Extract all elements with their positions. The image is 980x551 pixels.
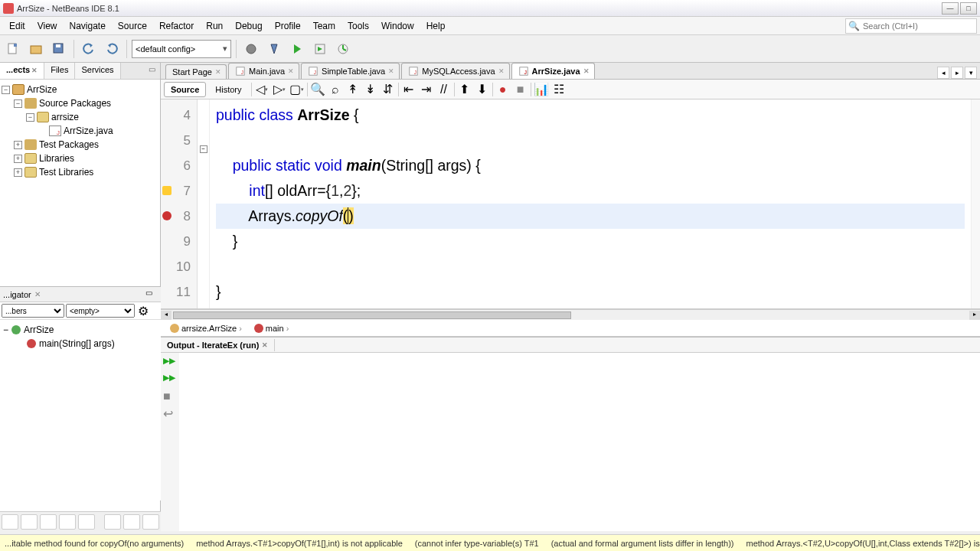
editor-tb-stop[interactable]: ■	[513, 82, 528, 97]
menu-navigate[interactable]: Navigate	[63, 18, 111, 34]
minimize-button[interactable]: —	[942, 2, 959, 15]
tab-simpletable-java[interactable]: SimpleTable.java✕	[301, 63, 400, 79]
navigator-method-main[interactable]: main(String[] args)	[39, 338, 115, 349]
menu-source[interactable]: Source	[112, 18, 153, 34]
nav-tb-2[interactable]	[21, 514, 38, 530]
nav-tb-5[interactable]	[78, 514, 95, 530]
fold-column[interactable]: −	[198, 99, 210, 308]
error-stripe[interactable]	[971, 99, 980, 308]
editor-tb-chart1[interactable]: 📊	[534, 82, 549, 97]
output-content[interactable]	[179, 353, 980, 531]
panel-minimize-icon[interactable]: ▭	[145, 63, 158, 75]
tabnav-next[interactable]: ▸	[951, 67, 963, 79]
editor-tb-toggle[interactable]: ⇵	[381, 82, 396, 97]
quick-search[interactable]: 🔍	[845, 18, 977, 34]
menu-edit[interactable]: Edit	[3, 18, 31, 34]
tree-file-arrsize-java[interactable]: ArrSize.java	[64, 126, 113, 136]
menu-tools[interactable]: Tools	[341, 18, 375, 34]
nav-tb-3[interactable]	[40, 514, 57, 530]
navigator-filter-combo[interactable]: <empty>	[66, 304, 135, 318]
crumb-method[interactable]: main›	[250, 322, 294, 334]
menu-help[interactable]: Help	[420, 18, 452, 34]
tab-main-java[interactable]: Main.java✕	[228, 63, 299, 79]
nav-tb-8[interactable]	[142, 514, 159, 530]
tab-arrsize-java[interactable]: ArrSize.java✕	[511, 63, 595, 79]
editor-hscroll[interactable]: ◂▸	[161, 309, 980, 320]
navigator-min-icon[interactable]: ▭	[145, 289, 158, 301]
code-editor[interactable]: 4 5 6 7 8 9 10 11 − public class ArrSize…	[161, 99, 980, 309]
output-tab[interactable]: Output - IterateEx (run)✕	[161, 339, 275, 351]
line-number-gutter[interactable]: 4 5 6 7 8 9 10 11	[161, 99, 198, 308]
navigator-class[interactable]: ArrSize	[24, 324, 54, 335]
menu-profile[interactable]: Profile	[269, 18, 307, 34]
editor-tb-fwd[interactable]: ▷	[272, 82, 287, 97]
maximize-button[interactable]: □	[960, 2, 977, 15]
tree-source-packages[interactable]: Source Packages	[39, 98, 111, 109]
subtab-history[interactable]: History	[208, 82, 248, 97]
tab-start-page[interactable]: Start Page✕	[165, 64, 227, 79]
editor-tb-find[interactable]: 🔍	[310, 82, 325, 97]
tab-mysqlaccess-java[interactable]: MySQLAccess.java✕	[401, 63, 509, 79]
redo-button[interactable]	[102, 39, 122, 59]
editor-tb-selfind[interactable]: ⌕	[328, 82, 343, 97]
status-msg-1: ...itable method found for copyOf(no arg…	[5, 539, 184, 548]
editor-tb-chart2[interactable]: ☷	[551, 82, 567, 97]
menu-debug[interactable]: Debug	[229, 18, 268, 34]
editor-tb-rec[interactable]: ●	[495, 82, 511, 97]
clean-build-button[interactable]	[264, 39, 284, 59]
menu-view[interactable]: View	[31, 18, 64, 34]
tree-project-root[interactable]: ArrSize	[27, 84, 57, 95]
output-rerun-button[interactable]: ▶▶	[163, 356, 177, 370]
project-tree[interactable]: −ArrSize −Source Packages −arrsize ArrSi…	[0, 80, 160, 182]
profile-button[interactable]	[333, 39, 353, 59]
nav-tb-1[interactable]	[2, 514, 18, 530]
subtab-source[interactable]: Source	[164, 82, 206, 97]
output-stop-button[interactable]: ■	[163, 390, 177, 403]
navigator-scope-combo[interactable]: ...bers	[2, 304, 64, 318]
tab-projects[interactable]: ...ects✕	[0, 63, 44, 79]
editor-tb-back[interactable]: ◁	[254, 82, 270, 97]
debug-button[interactable]	[310, 39, 330, 59]
run-button[interactable]	[287, 39, 307, 59]
editor-tb-prevmark[interactable]: ↟	[345, 82, 361, 97]
editor-tb-shiftr[interactable]: ⇥	[419, 82, 434, 97]
editor-tb-shiftl[interactable]: ⇤	[401, 82, 416, 97]
output-wrap-button[interactable]: ↩	[163, 406, 177, 420]
editor-tb-preverr[interactable]: ⬆	[457, 82, 472, 97]
new-file-button[interactable]	[3, 39, 23, 59]
output-close-icon[interactable]: ✕	[262, 341, 268, 349]
build-button[interactable]	[241, 39, 261, 59]
tab-services[interactable]: Services	[75, 63, 120, 79]
tabnav-list[interactable]: ▾	[965, 67, 977, 79]
undo-button[interactable]	[79, 39, 99, 59]
menu-run[interactable]: Run	[200, 18, 229, 34]
tabnav-prev[interactable]: ◂	[937, 67, 949, 79]
editor-tb-nav[interactable]: ▢	[289, 82, 305, 97]
new-project-button[interactable]	[26, 39, 46, 59]
editor-tb-nextmark[interactable]: ↡	[363, 82, 378, 97]
fold-toggle[interactable]: −	[200, 145, 207, 153]
error-marker-icon[interactable]	[162, 211, 172, 220]
editor-tb-comment[interactable]: //	[436, 82, 452, 97]
navigator-close-icon[interactable]: ✕	[34, 290, 41, 298]
nav-tb-4[interactable]	[59, 514, 76, 530]
tree-test-libraries[interactable]: Test Libraries	[39, 167, 93, 178]
config-combo[interactable]: <default config>	[132, 40, 231, 58]
code-text-area[interactable]: public class ArrSize { public static voi…	[210, 99, 971, 308]
nav-tb-7[interactable]	[123, 514, 140, 530]
editor-tb-nexterr[interactable]: ⬇	[475, 82, 490, 97]
tree-libraries[interactable]: Libraries	[39, 153, 74, 164]
search-input[interactable]	[861, 21, 969, 31]
crumb-class[interactable]: arrsize.ArrSize›	[165, 322, 247, 334]
menu-refactor[interactable]: Refactor	[153, 18, 200, 34]
tab-files[interactable]: Files	[44, 63, 75, 79]
menu-team[interactable]: Team	[307, 18, 341, 34]
warning-marker-icon[interactable]	[162, 186, 172, 195]
output-rerun2-button[interactable]: ▶▶	[163, 373, 177, 386]
tree-test-packages[interactable]: Test Packages	[39, 139, 99, 150]
nav-tb-6[interactable]	[104, 514, 121, 530]
tree-package-arrsize[interactable]: arrsize	[51, 112, 79, 122]
navigator-filter-icon[interactable]: ⚙	[136, 304, 150, 318]
menu-window[interactable]: Window	[375, 18, 420, 34]
save-all-button[interactable]	[49, 39, 69, 59]
